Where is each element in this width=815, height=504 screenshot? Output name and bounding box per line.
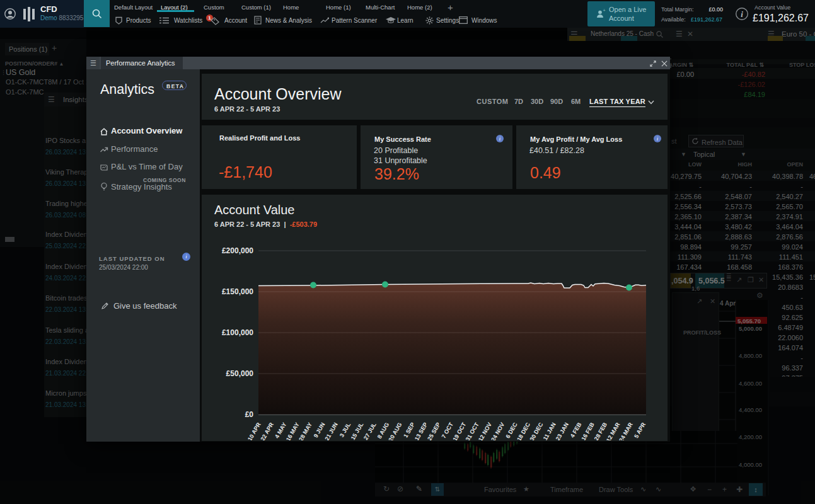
svg-text:5 APR: 5 APR — [633, 421, 647, 439]
svg-text:4 FEB: 4 FEB — [569, 421, 583, 439]
svg-text:+: + — [603, 9, 606, 13]
svg-text:28 MAY: 28 MAY — [298, 421, 313, 440]
svg-text:3 JUL: 3 JUL — [338, 421, 352, 438]
svg-text:21 JUN: 21 JUN — [324, 421, 339, 440]
svg-text:1 SEP: 1 SEP — [402, 421, 416, 439]
svg-text:25 SEP: 25 SEP — [426, 421, 441, 440]
svg-text:9 JUN: 9 JUN — [313, 421, 327, 439]
svg-text:22 APR: 22 APR — [259, 421, 275, 440]
svg-text:23 JAN: 23 JAN — [555, 421, 570, 440]
svg-text:£50,000: £50,000 — [226, 369, 254, 378]
svg-text:i: i — [741, 9, 743, 19]
svg-text:£100,000: £100,000 — [222, 328, 253, 337]
svg-text:27 JUL: 27 JUL — [362, 421, 378, 440]
svg-text:£150,000: £150,000 — [222, 287, 253, 296]
svg-text:£200,000: £200,000 — [222, 246, 253, 255]
svg-text:£0: £0 — [245, 410, 254, 419]
svg-text:24 NOV: 24 NOV — [490, 421, 506, 440]
